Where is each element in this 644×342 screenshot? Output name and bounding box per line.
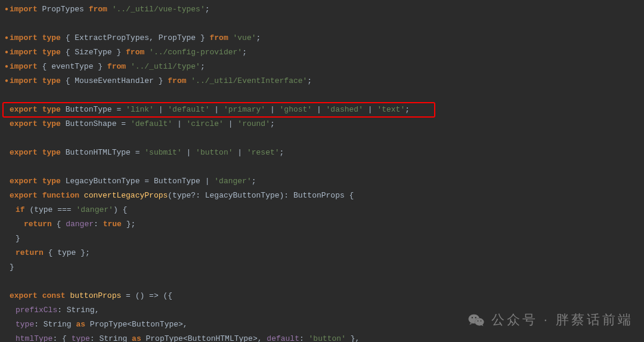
- gutter-spacer: [5, 146, 10, 160]
- modified-marker-icon: ●: [5, 74, 10, 88]
- token-str: 'default': [168, 105, 209, 114]
- token-str: 'dashed': [326, 105, 363, 114]
- token-punc: ;: [242, 48, 247, 57]
- token-str: 'circle': [187, 119, 224, 128]
- token-plain: |: [182, 148, 196, 157]
- code-line: [2, 88, 644, 103]
- token-plain: },: [346, 334, 360, 342]
- gutter-spacer: [5, 131, 10, 146]
- token-plain: [38, 177, 42, 186]
- token-plain: };: [76, 248, 89, 257]
- token-kw: type: [42, 148, 61, 157]
- token-kw: type: [42, 48, 61, 57]
- token-str: '../_util/type': [131, 62, 200, 71]
- token-kw: type: [42, 76, 61, 85]
- token-kw: return: [24, 220, 52, 229]
- token-kw: export: [10, 291, 38, 300]
- token-plain: [61, 148, 66, 157]
- token-plain: [10, 91, 14, 100]
- token-plain: [61, 119, 66, 128]
- token-kw: const: [42, 291, 66, 300]
- token-str: 'link': [126, 105, 154, 114]
- code-line: [2, 17, 644, 31]
- token-type-name: ButtonShape: [66, 119, 117, 128]
- token-punc: ;: [256, 33, 261, 42]
- token-plain: |: [172, 119, 186, 128]
- token-plain: (: [168, 191, 172, 200]
- code-line: export type ButtonHTMLType = 'submit' | …: [2, 146, 644, 160]
- svg-point-10: [480, 321, 481, 322]
- wechat-icon: [467, 311, 485, 329]
- gutter-spacer: [5, 117, 10, 131]
- code-line: return { danger: true };: [2, 217, 644, 232]
- token-plain: [38, 33, 42, 42]
- token-kw: as: [76, 320, 85, 329]
- code-line: export const buttonProps = () => ({: [2, 289, 644, 303]
- token-plain: [144, 48, 149, 57]
- token-plain: PropType<ButtonHTMLType>,: [141, 334, 267, 342]
- code-line: ●import type { SizeType } from '../confi…: [2, 45, 644, 60]
- token-prop: default: [267, 334, 299, 342]
- token-prop: prefixCls: [16, 306, 57, 315]
- watermark-text: 公众号 · 胖蔡话前端: [491, 313, 633, 327]
- token-plain: [38, 119, 42, 128]
- token-prop: danger: [66, 220, 94, 229]
- modified-marker-icon: ●: [5, 60, 10, 74]
- gutter-spacer: [5, 160, 10, 174]
- token-str: 'danger': [76, 205, 113, 214]
- token-str: '../_util/EventInterface': [191, 76, 307, 85]
- code-line: }: [2, 232, 644, 246]
- token-plain: [10, 162, 14, 171]
- code-line: export type LegacyButtonType = ButtonTyp…: [2, 174, 644, 189]
- token-plain: [126, 62, 131, 71]
- token-plain: |: [233, 148, 247, 157]
- token-plain: : {: [52, 334, 71, 342]
- token-plain: type: [34, 205, 52, 214]
- token-plain: :: [299, 334, 309, 342]
- token-str: 'ghost': [280, 105, 312, 114]
- token-type-name: LegacyButtonType: [66, 177, 140, 186]
- token-kw: type: [42, 177, 61, 186]
- modified-marker-icon: ●: [5, 45, 10, 60]
- token-plain: {: [44, 248, 57, 257]
- token-kw: import: [10, 62, 38, 71]
- token-str: '../config-provider': [149, 48, 242, 57]
- token-kw: export: [10, 191, 38, 200]
- token-plain: [79, 191, 84, 200]
- token-kw: return: [16, 248, 44, 257]
- token-kw: if: [16, 205, 25, 214]
- token-plain: { eventType }: [38, 62, 107, 71]
- token-plain: PropTypes: [38, 5, 89, 14]
- svg-point-6: [475, 318, 484, 326]
- token-kw: type: [42, 119, 61, 128]
- gutter-spacer: [5, 174, 10, 189]
- token-punc: ;: [307, 76, 312, 85]
- code-block: ●import PropTypes from '../_util/vue-typ…: [0, 0, 644, 342]
- token-plain: [38, 191, 42, 200]
- code-line: export function convertLegacyProps(type?…: [2, 189, 644, 203]
- token-plain: : String: [90, 334, 132, 342]
- code-line: [2, 131, 644, 146]
- token-plain: |: [154, 105, 168, 114]
- token-str: '../_util/vue-types': [112, 5, 205, 14]
- token-plain: { ExtractPropTypes, PropType }: [61, 33, 210, 42]
- token-punc: ;: [205, 5, 210, 14]
- token-kw: export: [10, 119, 38, 128]
- token-punc: ;: [270, 119, 275, 128]
- token-kw: export: [10, 177, 38, 186]
- token-kw: type: [42, 33, 61, 42]
- token-kw: from: [126, 48, 144, 57]
- token-plain: |: [265, 105, 279, 114]
- token-plain: [38, 291, 42, 300]
- token-plain: [38, 148, 42, 157]
- token-plain: { MouseEventHandler }: [61, 76, 168, 85]
- token-punc: ;: [200, 62, 205, 71]
- token-punc: ;: [280, 148, 284, 157]
- token-prop: type: [72, 334, 90, 342]
- token-plain: PropType<ButtonType>,: [85, 320, 188, 329]
- gutter-spacer: [5, 289, 10, 303]
- token-bool: true: [103, 220, 122, 229]
- token-plain: |: [312, 105, 326, 114]
- code-line: export type ButtonType = 'link' | 'defau…: [2, 103, 644, 117]
- token-plain: [107, 5, 112, 14]
